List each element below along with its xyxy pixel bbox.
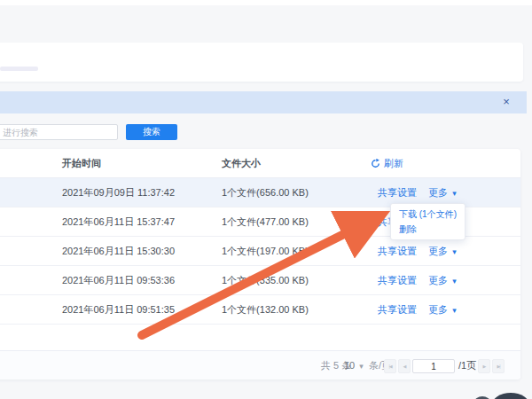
close-icon[interactable]: × bbox=[497, 91, 516, 113]
refresh-icon bbox=[371, 159, 380, 168]
floating-widget-partial bbox=[492, 393, 529, 399]
refresh-label: 刷新 bbox=[384, 149, 403, 178]
start-time-cell: 2021年09月09日 11:37:42 bbox=[62, 178, 175, 207]
share-settings-link[interactable]: 共享设置 bbox=[378, 275, 417, 286]
total-pages-label: /1页 bbox=[458, 351, 476, 380]
current-page-input[interactable] bbox=[412, 359, 455, 373]
more-link[interactable]: 更多 bbox=[428, 187, 448, 198]
column-header-start-time: 开始时间 bbox=[62, 149, 101, 178]
file-size-cell: 1个文件(132.00 KB) bbox=[222, 295, 309, 324]
search-button[interactable]: 搜索 bbox=[126, 124, 177, 140]
chevron-down-icon: ▾ bbox=[359, 362, 364, 371]
table-row[interactable]: 2021年06月11日 09:51:35 1个文件(132.00 KB) 共享设… bbox=[0, 295, 520, 325]
page-size-value: 10 bbox=[344, 360, 355, 371]
delete-menu-item[interactable]: 删除 bbox=[391, 222, 465, 237]
top-card bbox=[0, 43, 523, 82]
share-settings-link[interactable]: 共享设置 bbox=[378, 246, 417, 256]
table-row[interactable]: 2021年06月11日 09:53:36 1个文件(335.00 KB) 共享设… bbox=[0, 266, 520, 295]
pagination-bar: 共 5 条 10 ▾ 条/页 |◀ ◀ /1页 ▶ ▶| bbox=[0, 350, 520, 379]
more-link[interactable]: 更多 bbox=[428, 246, 448, 256]
column-header-file-size: 文件大小 bbox=[222, 149, 261, 178]
share-settings-link[interactable]: 共享设置 bbox=[378, 187, 417, 198]
file-size-cell: 1个文件(197.00 KB) bbox=[222, 237, 309, 265]
file-share-task-page: × 搜索 开始时间 文件大小 刷新 2021年09月09日 11:37:42 1… bbox=[0, 0, 532, 399]
first-page-button[interactable]: |◀ bbox=[384, 359, 396, 373]
more-actions-dropdown: 下载 (1个文件) 删除 bbox=[390, 203, 466, 240]
chevron-down-icon: ▾ bbox=[452, 306, 457, 315]
chevron-down-icon: ▾ bbox=[452, 277, 457, 286]
row-actions: 共享设置 更多 ▾ bbox=[378, 266, 457, 295]
start-time-cell: 2021年06月11日 09:51:35 bbox=[62, 295, 175, 324]
page-size-select[interactable]: 10 ▾ bbox=[344, 351, 364, 381]
table-row[interactable]: 2021年06月11日 15:30:30 1个文件(197.00 KB) 共享设… bbox=[0, 237, 520, 266]
chevron-down-icon: ▾ bbox=[452, 247, 457, 256]
row-actions: 共享设置 更多 ▾ bbox=[378, 295, 457, 325]
file-size-cell: 1个文件(477.00 KB) bbox=[222, 207, 309, 236]
prev-page-button[interactable]: ◀ bbox=[398, 359, 411, 373]
start-time-cell: 2021年06月11日 09:53:36 bbox=[62, 266, 175, 294]
download-menu-item[interactable]: 下载 (1个文件) bbox=[391, 207, 465, 222]
skeleton-placeholder-line bbox=[0, 66, 38, 71]
share-settings-link[interactable]: 共享设置 bbox=[378, 304, 417, 315]
start-time-cell: 2021年06月11日 15:30:30 bbox=[62, 237, 175, 265]
next-page-button[interactable]: ▶ bbox=[478, 359, 490, 373]
top-strip bbox=[0, 0, 532, 5]
more-link[interactable]: 更多 bbox=[428, 304, 448, 315]
task-table-card: 开始时间 文件大小 刷新 2021年09月09日 11:37:42 1个文件(6… bbox=[0, 149, 520, 379]
notice-banner: × bbox=[0, 91, 527, 113]
more-link[interactable]: 更多 bbox=[428, 275, 448, 286]
chevron-down-icon: ▾ bbox=[452, 189, 457, 198]
search-input[interactable] bbox=[0, 124, 118, 140]
refresh-button[interactable]: 刷新 bbox=[371, 149, 403, 178]
file-size-cell: 1个文件(656.00 KB) bbox=[222, 178, 309, 207]
row-actions: 共享设置 更多 ▾ bbox=[378, 237, 457, 266]
last-page-button[interactable]: ▶| bbox=[492, 359, 505, 373]
table-header-row: 开始时间 文件大小 刷新 bbox=[0, 149, 520, 178]
start-time-cell: 2021年06月11日 15:37:47 bbox=[62, 207, 175, 236]
file-size-cell: 1个文件(335.00 KB) bbox=[222, 266, 309, 294]
